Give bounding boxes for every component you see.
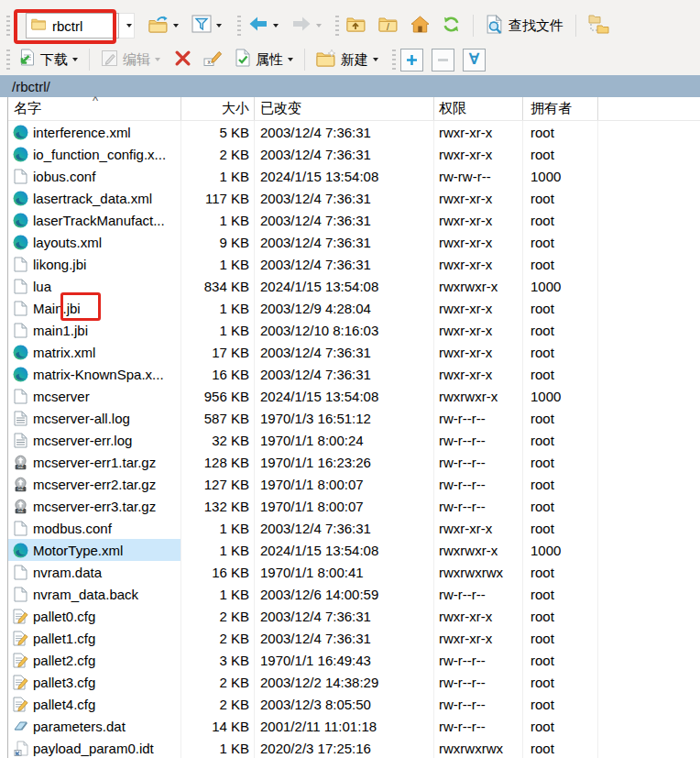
table-row[interactable]: iobus.conf1 KB2024/1/15 13:54:08rw-rw-r-… — [8, 165, 700, 187]
file-rights: rwxr-xr-x — [434, 187, 523, 209]
file-name-cell[interactable]: layouts.xml — [8, 231, 181, 253]
svg-text:GZ: GZ — [17, 487, 24, 491]
file-name-cell[interactable]: nvram.data — [8, 561, 181, 583]
file-name-cell[interactable]: iobus.conf — [8, 165, 181, 187]
file-name-cell[interactable]: likong.jbi — [8, 253, 181, 275]
file-name-cell[interactable]: pallet1.cfg — [8, 627, 181, 649]
back-button[interactable] — [246, 14, 281, 38]
column-header-rights[interactable]: 权限 — [434, 97, 523, 120]
file-name-cell[interactable]: io_function_config.x... — [8, 143, 181, 165]
file-name-cell[interactable]: interference.xml — [8, 121, 181, 143]
address-dropdown-button[interactable] — [119, 13, 135, 38]
file-name-cell[interactable]: mcserver — [8, 385, 181, 407]
column-header-size[interactable]: 大小 — [181, 97, 255, 120]
file-size: 16 KB — [181, 363, 255, 385]
file-name-cell[interactable]: MotorType.xml — [8, 539, 181, 561]
file-name-cell[interactable]: GZmcserver-err1.tar.gz — [8, 451, 181, 473]
open-directory-button[interactable] — [146, 14, 181, 38]
file-name-cell[interactable]: matrix.xml — [8, 341, 181, 363]
file-name-cell[interactable]: pallet4.cfg — [8, 693, 181, 715]
file-name-cell[interactable]: lasertrack_data.xml — [8, 187, 181, 209]
toolbar-grip[interactable] — [392, 49, 396, 70]
file-name-cell[interactable]: nvram_data.back — [8, 583, 181, 605]
toolbar-grip[interactable] — [237, 16, 241, 36]
file-name-cell[interactable]: laserTrackManufact... — [8, 209, 181, 231]
file-name: lasertrack_data.xml — [33, 191, 152, 206]
table-row[interactable]: main1.jbi1 KB2003/12/10 8:16:03rwxr-xr-x… — [8, 319, 700, 341]
row-filler — [598, 517, 700, 539]
table-row[interactable]: GZmcserver-err3.tar.gz132 KB1970/1/1 8:0… — [8, 495, 700, 517]
row-filler — [598, 385, 700, 407]
table-row[interactable]: modbus.conf1 KB2003/12/4 7:36:31rwxr-xr-… — [8, 517, 700, 539]
table-row[interactable]: matrix.xml17 KB2003/12/4 7:36:31rwxr-xr-… — [8, 341, 700, 363]
file-name-cell[interactable]: pallet3.cfg — [8, 671, 181, 693]
file-name: io_function_config.x... — [33, 147, 166, 162]
table-row[interactable]: io_function_config.x...2 KB2003/12/4 7:3… — [8, 143, 700, 165]
table-row[interactable]: pallet3.cfg2 KB2003/12/2 14:38:29rw-r--r… — [8, 671, 700, 693]
table-row[interactable]: parameters.dat14 KB2001/2/11 11:01:18rw-… — [8, 715, 700, 737]
table-row[interactable]: layouts.xml9 KB2003/12/4 7:36:31rwxr-xr-… — [8, 231, 700, 253]
root-directory-button[interactable]: / — [376, 14, 400, 38]
table-row[interactable]: GZmcserver-err1.tar.gz128 KB1970/1/1 16:… — [8, 451, 700, 473]
file-rights: rwxrwxr-x — [434, 539, 523, 561]
home-directory-button[interactable] — [408, 14, 432, 38]
table-row[interactable]: pallet1.cfg2 KB2003/12/4 7:36:31rwxr-xr-… — [8, 627, 700, 649]
column-header-name[interactable]: 名字 ^ — [8, 97, 181, 120]
column-header-owner[interactable]: 拥有者 — [523, 97, 598, 120]
filter-button[interactable] — [189, 13, 224, 38]
file-owner: root — [523, 693, 598, 715]
table-row[interactable]: laserTrackManufact...1 KB2003/12/4 7:36:… — [8, 209, 700, 231]
refresh-button[interactable] — [439, 13, 464, 39]
table-row[interactable]: GZmcserver-err2.tar.gz127 KB1970/1/1 8:0… — [8, 473, 700, 495]
file-name: mcserver-all.log — [33, 411, 130, 426]
synchronize-browsing-button[interactable] — [585, 13, 613, 39]
file-name-cell[interactable]: parameters.dat — [8, 715, 181, 737]
current-path-bar[interactable]: /rbctrl/ — [0, 75, 700, 97]
properties-button[interactable]: 属性 — [232, 47, 296, 72]
file-name-cell[interactable]: GZmcserver-err3.tar.gz — [8, 495, 181, 517]
table-row[interactable]: pallet4.cfg2 KB2003/12/3 8:05:50rw-r--r-… — [8, 693, 700, 715]
table-row[interactable]: interference.xml5 KB2003/12/4 7:36:31rwx… — [8, 121, 700, 143]
table-row[interactable]: Main.jbi1 KB2003/12/9 4:28:04rwxr-xr-xro… — [8, 297, 700, 319]
forward-button[interactable] — [289, 14, 324, 38]
table-row[interactable]: mcserver-all.log587 KB1970/1/3 16:51:12r… — [8, 407, 700, 429]
file-name-cell[interactable]: pallet2.cfg — [8, 649, 181, 671]
file-name-cell[interactable]: matrix-KnownSpa.x... — [8, 363, 181, 385]
find-files-button[interactable]: 查找文件 — [483, 13, 566, 39]
file-name-cell[interactable]: mcserver-all.log — [8, 407, 181, 429]
home-icon — [410, 16, 430, 37]
download-button[interactable]: 下载 — [15, 47, 81, 72]
table-row[interactable]: mcserver956 KB2024/1/15 13:54:08rwxrwxr-… — [8, 385, 700, 407]
table-row[interactable]: nvram_data.back1 KB2003/12/6 14:00:59rw-… — [8, 583, 700, 605]
table-row[interactable]: lasertrack_data.xml117 KB2003/12/4 7:36:… — [8, 187, 700, 209]
table-row[interactable]: nvram.data16 KB1970/1/1 8:00:41rwxrwxrwx… — [8, 561, 700, 583]
table-row[interactable]: matrix-KnownSpa.x...16 KB2003/12/4 7:36:… — [8, 363, 700, 385]
parent-directory-button[interactable] — [344, 14, 368, 38]
file-name-cell[interactable]: payload_param0.idt — [8, 737, 181, 758]
table-row[interactable]: mcserver-err.log32 KB1970/1/1 8:00:24rw-… — [8, 429, 700, 451]
add-bookmark-button[interactable] — [400, 49, 423, 71]
table-row[interactable]: pallet0.cfg2 KB2003/12/4 7:36:31rwxr-xr-… — [8, 605, 700, 627]
delete-button[interactable] — [171, 48, 194, 72]
table-row[interactable]: likong.jbi1 KB2003/12/4 7:36:31rwxr-xr-x… — [8, 253, 700, 275]
invert-selection-button[interactable]: ∀ — [463, 49, 486, 71]
edit-button[interactable]: 编辑 — [98, 48, 163, 72]
table-row[interactable]: MotorType.xml1 KB2024/1/15 13:54:08rwxrw… — [8, 539, 700, 561]
table-row[interactable]: lua834 KB2024/1/15 13:54:08rwxrwxr-x1000 — [8, 275, 700, 297]
xml-file-icon — [13, 147, 28, 162]
file-name-cell[interactable]: main1.jbi — [8, 319, 181, 341]
column-header-changed[interactable]: 已改变 — [255, 97, 434, 120]
file-name-cell[interactable]: modbus.conf — [8, 517, 181, 539]
new-button[interactable]: 新建 — [313, 48, 381, 72]
toolbar-grip[interactable] — [335, 16, 339, 36]
toolbar-grip[interactable] — [6, 16, 10, 36]
toolbar-grip[interactable] — [6, 49, 10, 70]
file-name-cell[interactable]: mcserver-err.log — [8, 429, 181, 451]
file-name-cell[interactable]: pallet0.cfg — [8, 605, 181, 627]
table-row[interactable]: payload_param0.idt1 KB2020/2/3 17:25:16r… — [8, 737, 700, 758]
rename-button[interactable]: x — [201, 48, 225, 72]
file-name-cell[interactable]: GZmcserver-err2.tar.gz — [8, 473, 181, 495]
remove-bookmark-button[interactable] — [432, 49, 454, 71]
refresh-icon — [442, 15, 461, 38]
table-row[interactable]: pallet2.cfg3 KB1970/1/1 16:49:43rw-r--r-… — [8, 649, 700, 671]
